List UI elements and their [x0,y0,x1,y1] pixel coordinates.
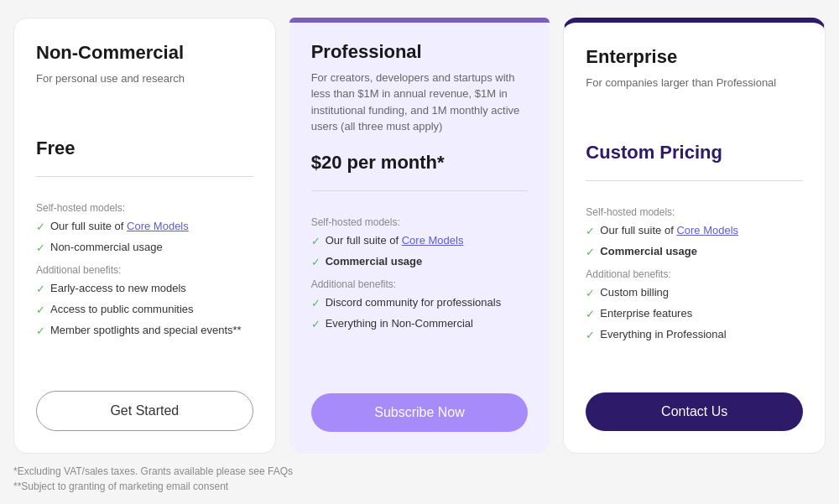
core-models-link[interactable]: Core Models [402,234,464,247]
check-icon: ✓ [311,296,320,311]
check-icon: ✓ [586,224,595,239]
feature-text: Everything in Professional [600,327,726,342]
check-icon: ✓ [311,234,320,249]
footnotes-section: *Excluding VAT/sales taxes. Grants avail… [13,465,826,496]
card-non-commercial: Non-CommercialFor personal use and resea… [13,18,276,454]
divider-non-commercial [36,176,253,177]
feature-text: Commercial usage [600,244,697,259]
feature-text: Enterprise features [600,306,692,321]
features-enterprise: Self-hosted models: ✓ Our full suite of … [586,198,803,349]
professional-button[interactable]: Subscribe Now [311,393,529,432]
feature-item: ✓ Everything in Non-Commercial [311,316,529,332]
card-title-enterprise: Enterprise [586,46,803,68]
check-icon: ✓ [311,317,320,332]
check-icon: ✓ [311,255,320,270]
feature-text: Access to public communities [50,302,194,317]
feature-text: Custom billing [600,285,669,300]
enterprise-button[interactable]: Contact Us [586,392,803,431]
check-icon: ✓ [586,286,595,301]
section-label-non-commercial-1: Additional benefits: [36,264,253,276]
card-enterprise: EnterpriseFor companies larger than Prof… [563,18,826,454]
check-icon: ✓ [36,241,45,256]
button-wrapper-professional: Subscribe Now [311,377,529,432]
check-icon: ✓ [586,245,595,260]
divider-enterprise [586,180,803,181]
feature-text: Our full suite of Core Models [50,219,189,234]
section-label-enterprise-0: Self-hosted models: [586,206,803,218]
footnote-1: **Subject to granting of marketing email… [13,481,826,492]
feature-item: ✓ Custom billing [586,285,803,301]
pricing-cards: Non-CommercialFor personal use and resea… [13,18,826,454]
card-subtitle-non-commercial: For personal use and research [36,70,253,121]
feature-item: ✓ Commercial usage [586,244,803,260]
featured-bar [289,18,550,23]
card-title-professional: Professional [311,41,529,63]
features-non-commercial: Self-hosted models: ✓ Our full suite of … [36,194,253,345]
button-wrapper-non-commercial: Get Started [36,374,253,431]
section-label-professional-1: Additional benefits: [311,278,529,290]
section-label-non-commercial-0: Self-hosted models: [36,202,253,214]
feature-text: Early-access to new models [50,281,186,296]
divider-professional [311,190,529,191]
feature-item: ✓ Non-commercial usage [36,240,253,256]
feature-item: ✓ Discord community for professionals [311,295,529,311]
feature-text: Commercial usage [326,254,423,269]
core-models-link[interactable]: Core Models [676,224,738,236]
features-professional: Self-hosted models: ✓ Our full suite of … [311,208,529,338]
non-commercial-button[interactable]: Get Started [36,391,253,431]
check-icon: ✓ [586,307,595,322]
card-price-non-commercial: Free [36,138,253,159]
feature-text: Everything in Non-Commercial [326,316,473,331]
check-icon: ✓ [36,324,45,339]
card-subtitle-professional: For creators, developers and startups wi… [311,70,529,135]
feature-item: ✓ Commercial usage [311,254,529,270]
card-price-enterprise: Custom Pricing [586,142,803,164]
feature-item: ✓ Our full suite of Core Models [586,223,803,239]
feature-text: Non-commercial usage [50,240,163,255]
feature-item: ✓ Everything in Professional [586,327,803,343]
card-professional: ProfessionalFor creators, developers and… [289,18,550,454]
check-icon: ✓ [36,303,45,318]
button-wrapper-enterprise: Contact Us [586,376,803,431]
core-models-link[interactable]: Core Models [127,220,189,232]
card-price-professional: $20 per month* [311,152,529,174]
section-label-enterprise-1: Additional benefits: [586,268,803,280]
feature-text: Our full suite of Core Models [600,223,738,238]
feature-item: ✓ Access to public communities [36,302,253,318]
check-icon: ✓ [36,282,45,297]
feature-item: ✓ Member spotlights and special events** [36,323,253,339]
feature-item: ✓ Our full suite of Core Models [311,233,529,249]
check-icon: ✓ [586,328,595,343]
check-icon: ✓ [36,220,45,235]
card-title-non-commercial: Non-Commercial [36,42,253,64]
card-subtitle-enterprise: For companies larger than Professional [586,75,803,125]
footnote-0: *Excluding VAT/sales taxes. Grants avail… [13,465,826,477]
feature-text: Discord community for professionals [326,295,502,310]
feature-text: Our full suite of Core Models [326,233,464,248]
feature-text: Member spotlights and special events** [50,323,242,338]
feature-item: ✓ Enterprise features [586,306,803,322]
section-label-professional-0: Self-hosted models: [311,216,529,228]
feature-item: ✓ Early-access to new models [36,281,253,297]
feature-item: ✓ Our full suite of Core Models [36,219,253,235]
